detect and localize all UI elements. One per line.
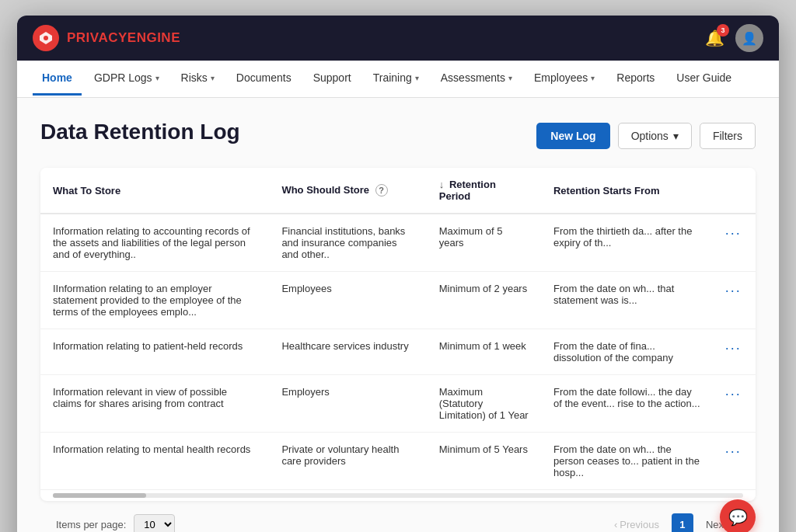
logo-text-engine: ENGINE <box>127 30 180 45</box>
nav-item-risks[interactable]: Risks ▾ <box>172 62 224 96</box>
row-actions-button[interactable]: ··· <box>725 340 742 356</box>
cell-actions: ··· <box>713 329 756 375</box>
nav-item-documents[interactable]: Documents <box>227 62 301 96</box>
nav-item-assessments[interactable]: Assessments ▾ <box>431 62 522 96</box>
new-log-button[interactable]: New Log <box>536 123 609 149</box>
notification-button[interactable]: 🔔 3 <box>705 29 724 47</box>
cell-retention: Maximum of 5 years <box>427 214 541 272</box>
cell-who: Employers <box>269 375 426 433</box>
help-icon[interactable]: ? <box>375 184 388 196</box>
cell-retention: Minimum of 1 week <box>427 329 541 375</box>
chevron-down-icon: ▾ <box>508 74 512 82</box>
sort-icon: ↓ <box>439 179 445 190</box>
cell-who: Employees <box>269 272 426 329</box>
table-header-row: What To Store Who Should Store ? ↓ Reten… <box>40 168 756 214</box>
cell-starts: From the thirtieth da... after the expir… <box>541 214 713 272</box>
previous-page-button[interactable]: ‹ Previous <box>606 515 667 533</box>
table-row: Information relevant in view of possible… <box>40 375 756 433</box>
topbar-right: 🔔 3 👤 <box>705 24 763 52</box>
options-button[interactable]: Options ▾ <box>618 123 692 149</box>
nav-item-home[interactable]: Home <box>33 62 82 96</box>
cell-actions: ··· <box>713 214 756 272</box>
col-header-starts: Retention Starts From <box>541 168 713 214</box>
row-actions-button[interactable]: ··· <box>725 443 742 459</box>
chevron-down-icon: ▾ <box>155 74 159 82</box>
row-actions-button[interactable]: ··· <box>725 386 742 402</box>
items-per-page-label: Items per page: <box>56 519 126 530</box>
cell-actions: ··· <box>713 433 756 490</box>
nav-item-training[interactable]: Training ▾ <box>364 62 428 96</box>
data-table: What To Store Who Should Store ? ↓ Reten… <box>40 168 756 490</box>
nav-item-gdpr-logs[interactable]: GDPR Logs ▾ <box>85 62 169 96</box>
row-actions-button[interactable]: ··· <box>725 283 742 298</box>
cell-what: Information relating to accounting recor… <box>40 214 269 272</box>
col-header-what: What To Store <box>40 168 269 214</box>
notification-badge: 3 <box>717 24 729 37</box>
page-number-1[interactable]: 1 <box>672 513 693 532</box>
nav-item-user-guide[interactable]: User Guide <box>667 62 741 96</box>
row-actions-button[interactable]: ··· <box>725 225 742 241</box>
col-header-actions <box>713 168 756 214</box>
table-row: Information relating to patient-held rec… <box>40 329 756 375</box>
pagination-row: Items per page: 10 25 50 ‹ Previous 1 Ne… <box>40 501 756 532</box>
table-scroll-thumb <box>53 493 146 498</box>
cell-actions: ··· <box>713 272 756 329</box>
items-per-page: Items per page: 10 25 50 <box>56 514 175 533</box>
options-label: Options <box>631 130 669 142</box>
logo: PRIVACYENGINE <box>33 25 180 51</box>
avatar[interactable]: 👤 <box>735 24 763 52</box>
cell-starts: From the date followi... the day of the … <box>541 375 713 433</box>
page-header: Data Retention Log New Log Options ▾ Fil… <box>40 120 756 149</box>
logo-text-privacy: PRIVACY <box>67 30 127 45</box>
cell-what: Information relevant in view of possible… <box>40 375 269 433</box>
col-header-retention[interactable]: ↓ Retention Period <box>427 168 541 214</box>
cell-retention: Minimum of 5 Years <box>427 433 541 490</box>
table-row: Information relating to accounting recor… <box>40 214 756 272</box>
cell-actions: ··· <box>713 375 756 433</box>
cell-who: Healthcare services industry <box>269 329 426 375</box>
cell-starts: From the date of fina... dissolution of … <box>541 329 713 375</box>
table-row: IInformation relating to an employer sta… <box>40 272 756 329</box>
cell-starts: From the date on wh... that statement wa… <box>541 272 713 329</box>
content-area: Data Retention Log New Log Options ▾ Fil… <box>17 98 779 532</box>
cell-what: Information relating to patient-held rec… <box>40 329 269 375</box>
cell-starts: From the date on wh... the person ceases… <box>541 433 713 490</box>
page-title: Data Retention Log <box>40 120 240 144</box>
svg-point-1 <box>44 36 48 40</box>
topbar: PRIVACYENGINE 🔔 3 👤 <box>17 16 779 61</box>
logo-icon <box>33 25 59 51</box>
nav-item-reports[interactable]: Reports <box>607 62 664 96</box>
items-per-page-select[interactable]: 10 25 50 <box>134 514 175 533</box>
logo-text: PRIVACYENGINE <box>67 30 180 46</box>
header-actions: New Log Options ▾ Filters <box>536 123 756 149</box>
nav-item-employees[interactable]: Employees ▾ <box>525 62 604 96</box>
nav-item-support[interactable]: Support <box>304 62 361 96</box>
chevron-down-icon: ▾ <box>591 74 595 82</box>
cell-what: IInformation relating to an employer sta… <box>40 272 269 329</box>
prev-label: Previous <box>620 519 659 530</box>
chevron-down-icon: ▾ <box>415 74 419 82</box>
chat-fab-button[interactable]: 💬 <box>720 499 756 532</box>
filters-button[interactable]: Filters <box>700 123 756 149</box>
table-scroll-bar[interactable] <box>53 493 743 498</box>
table-row: Information relating to mental health re… <box>40 433 756 490</box>
chevron-left-icon: ‹ <box>614 519 617 530</box>
cell-retention: Maximum (Statutory Limitation) of 1 Year <box>427 375 541 433</box>
cell-retention: Minimum of 2 years <box>427 272 541 329</box>
cell-who: Private or voluntary health care provide… <box>269 433 426 490</box>
chevron-down-icon: ▾ <box>211 74 215 82</box>
main-nav: Home GDPR Logs ▾ Risks ▾ Documents Suppo… <box>17 61 779 98</box>
cell-what: Information relating to mental health re… <box>40 433 269 490</box>
cell-who: Financial institutions, banks and insura… <box>269 214 426 272</box>
data-table-wrapper: What To Store Who Should Store ? ↓ Reten… <box>40 168 756 501</box>
chevron-down-icon: ▾ <box>673 130 679 142</box>
col-header-who: Who Should Store ? <box>269 168 426 214</box>
